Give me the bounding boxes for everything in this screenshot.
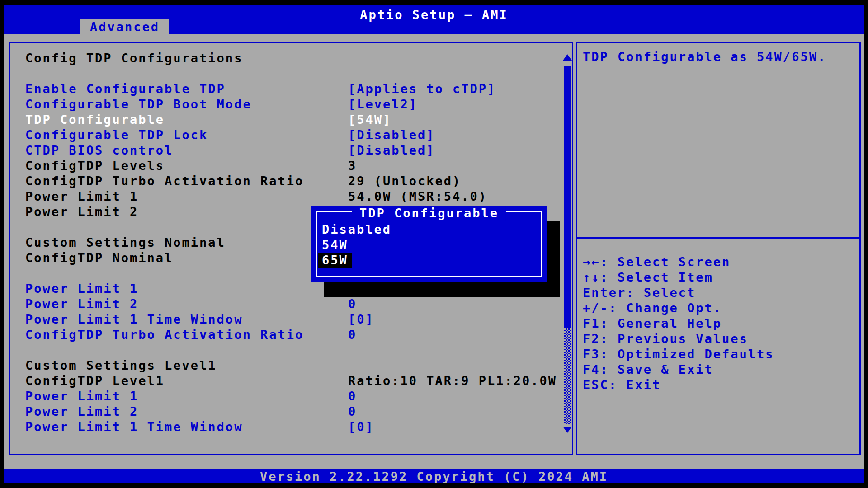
setting-value: [54W] xyxy=(348,112,392,127)
legend-item: ↑↓: Select Item xyxy=(583,270,774,285)
setting-value: 29 (Unlocked) xyxy=(348,174,461,189)
help-panel-divider xyxy=(577,237,859,239)
legend-item: +/-: Change Opt. xyxy=(583,300,774,316)
setting-row[interactable]: Power Limit 10 xyxy=(10,389,572,404)
setting-value: 0 xyxy=(348,327,357,343)
legend-item: F2: Previous Values xyxy=(583,331,774,347)
legend-item: →←: Select Screen xyxy=(583,254,774,270)
setting-value: [0] xyxy=(348,312,374,327)
setting-label: Power Limit 1 Time Window xyxy=(25,419,348,435)
setting-label: CTDP BIOS control xyxy=(25,143,348,158)
setting-label: ConfigTDP Levels xyxy=(25,158,348,174)
setting-value: 54.0W (MSR:54.0) xyxy=(348,189,487,204)
setting-row[interactable]: Configurable TDP Lock[Disabled] xyxy=(10,127,572,143)
bios-screen: Aptio Setup – AMI Advanced Config TDP Co… xyxy=(0,0,868,488)
legend-item: F3: Optimized Defaults xyxy=(583,347,774,362)
popup-title: TDP Configurable xyxy=(352,206,506,221)
legend-item: ESC: Exit xyxy=(583,377,774,393)
setting-label: Custom Settings Nominal xyxy=(25,235,348,250)
popup-option[interactable]: 54W xyxy=(322,237,536,253)
setting-label: Power Limit 2 xyxy=(25,296,348,312)
setting-value: 0 xyxy=(348,296,357,312)
setting-label: Power Limit 1 xyxy=(25,389,348,404)
setting-label: Config TDP Configurations xyxy=(25,51,348,66)
setting-row[interactable]: ConfigTDP Turbo Activation Ratio0 xyxy=(10,327,572,343)
setting-row[interactable]: TDP Configurable[54W] xyxy=(10,112,572,127)
popup-option[interactable]: 65W xyxy=(322,253,536,268)
tab-advanced[interactable]: Advanced xyxy=(80,19,169,34)
setting-value: [Disabled] xyxy=(348,143,435,158)
help-text: TDP Configurable as 54W/65W. xyxy=(583,49,856,65)
popup-option-label: Disabled xyxy=(322,222,392,237)
setting-label: Power Limit 2 xyxy=(25,404,348,419)
setting-value: [Applies to cTDP] xyxy=(348,81,496,97)
setting-row[interactable]: CTDP BIOS control[Disabled] xyxy=(10,143,572,158)
setting-label: TDP Configurable xyxy=(25,112,348,127)
setting-label: ConfigTDP Level1 xyxy=(25,373,348,389)
setting-value: 0 xyxy=(348,404,357,419)
setting-row: ConfigTDP Turbo Activation Ratio29 (Unlo… xyxy=(10,174,572,189)
setting-row: ConfigTDP Level1Ratio:10 TAR:9 PL1:20.0W xyxy=(10,373,572,389)
setting-label: Power Limit 1 xyxy=(25,189,348,204)
setting-value: Ratio:10 TAR:9 PL1:20.0W xyxy=(348,373,557,389)
scrollbar-down-icon[interactable] xyxy=(563,427,572,433)
scrollbar-thumb[interactable] xyxy=(564,66,571,328)
setting-row: Power Limit 154.0W (MSR:54.0) xyxy=(10,189,572,204)
scrollbar-track[interactable] xyxy=(564,328,571,424)
setting-value: [Disabled] xyxy=(348,127,435,143)
version-bar: Version 2.22.1292 Copyright (C) 2024 AMI xyxy=(4,469,864,483)
scrollbar-up-icon[interactable] xyxy=(563,54,572,61)
setting-label: Configurable TDP Lock xyxy=(25,127,348,143)
legend-item: Enter: Select xyxy=(583,285,774,300)
key-legend: →←: Select Screen↑↓: Select ItemEnter: S… xyxy=(583,254,774,393)
popup-option-label: 54W xyxy=(322,237,348,253)
setting-label: ConfigTDP Turbo Activation Ratio xyxy=(25,327,348,343)
setting-label: ConfigTDP Nominal xyxy=(25,250,348,266)
setting-value: [0] xyxy=(348,419,374,435)
setting-row[interactable]: Enable Configurable TDP[Applies to cTDP] xyxy=(10,81,572,97)
setting-label: ConfigTDP Turbo Activation Ratio xyxy=(25,174,348,189)
title-bar: Aptio Setup – AMI Advanced xyxy=(4,5,864,34)
setting-label: Custom Settings Level1 xyxy=(25,358,348,373)
setting-row[interactable]: Power Limit 1 Time Window[0] xyxy=(10,419,572,435)
setting-label: Configurable TDP Boot Mode xyxy=(25,97,348,112)
setting-value: 0 xyxy=(348,389,357,404)
setting-label: Enable Configurable TDP xyxy=(25,81,348,97)
setting-value: [Level2] xyxy=(348,97,418,112)
legend-item: F1: General Help xyxy=(583,316,774,331)
legend-item: F4: Save & Exit xyxy=(583,362,774,377)
popup-options: Disabled54W65W xyxy=(322,222,536,268)
setting-row: ConfigTDP Levels3 xyxy=(10,158,572,174)
setting-row[interactable]: Power Limit 20 xyxy=(10,404,572,419)
setting-row[interactable]: Configurable TDP Boot Mode[Level2] xyxy=(10,97,572,112)
popup-option[interactable]: Disabled xyxy=(322,222,536,237)
help-panel: TDP Configurable as 54W/65W. →←: Select … xyxy=(576,42,861,455)
setting-label: Power Limit 1 Time Window xyxy=(25,312,348,327)
setting-row[interactable]: Power Limit 20 xyxy=(10,296,572,312)
setting-label: Power Limit 1 xyxy=(25,281,348,296)
setting-row: Custom Settings Level1 xyxy=(10,358,572,373)
setting-label: Power Limit 2 xyxy=(25,204,348,220)
popup-option-label: 65W xyxy=(318,253,352,268)
setting-value: 3 xyxy=(348,158,357,174)
setting-row[interactable]: Power Limit 1 Time Window[0] xyxy=(10,312,572,327)
tdp-configurable-popup: TDP Configurable Disabled54W65W xyxy=(311,206,547,282)
setting-row: Config TDP Configurations xyxy=(10,51,572,66)
